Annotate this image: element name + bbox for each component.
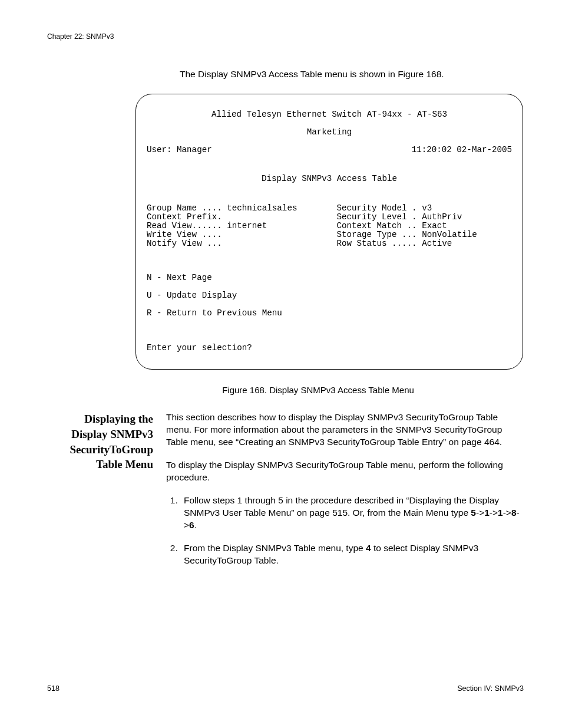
- step1-key-b: 1: [484, 508, 490, 518]
- context-prefix-row: Context Prefix.: [147, 213, 336, 222]
- step1-key-c: 1: [498, 508, 503, 518]
- intro-paragraph: The Display SNMPv3 Access Table menu is …: [180, 69, 524, 80]
- section-intro-para: This section describes how to display th…: [166, 411, 524, 449]
- option-update: U - Update Display: [147, 291, 512, 300]
- terminal-user-row: User: Manager11:20:02 02-Mar-2005: [147, 146, 512, 154]
- step1-text: Follow steps 1 through 5 in the procedur…: [184, 495, 499, 518]
- step-1: Follow steps 1 through 5 in the procedur…: [180, 495, 524, 532]
- terminal-menu-title: Display SNMPv3 Access Table: [147, 174, 512, 183]
- option-next: N - Next Page: [147, 274, 512, 282]
- terminal-timestamp: 11:20:02 02-Mar-2005: [412, 146, 512, 154]
- notify-view-row: Notify View ...: [147, 239, 336, 248]
- storage-type-row: Storage Type ... NonVolatile: [336, 230, 512, 239]
- terminal-data-grid: Group Name .... technicalsalesSecurity M…: [147, 204, 512, 248]
- body-content: This section describes how to display th…: [166, 411, 524, 577]
- step2-key: 4: [366, 543, 371, 553]
- step2-pre: From the Display SNMPv3 Table menu, type: [184, 543, 366, 553]
- context-match-row: Context Match .. Exact: [336, 222, 512, 230]
- section-label: Section IV: SNMPv3: [457, 684, 524, 693]
- option-return: R - Return to Previous Menu: [147, 309, 512, 318]
- step1-key-d: 8: [511, 508, 517, 518]
- running-header: Chapter 22: SNMPv3: [47, 32, 524, 41]
- step1-sep1: ->: [476, 508, 484, 518]
- step-2: From the Display SNMPv3 Table menu, type…: [180, 542, 524, 567]
- section-lead-para: To display the Display SNMPv3 SecurityTo…: [166, 459, 524, 484]
- page: Chapter 22: SNMPv3 The Display SNMPv3 Ac…: [0, 0, 562, 728]
- step1-key-e: 6: [189, 520, 194, 530]
- step1-end: .: [194, 520, 197, 530]
- terminal-prompt: Enter your selection?: [147, 344, 512, 353]
- security-level-row: Security Level . AuthPriv: [336, 213, 512, 222]
- step1-key-a: 5: [471, 508, 476, 518]
- terminal-subtitle: Marketing: [147, 128, 512, 137]
- page-footer: 518 Section IV: SNMPv3: [47, 684, 524, 693]
- page-number: 518: [47, 684, 59, 693]
- terminal-screen: Allied Telesyn Ethernet Switch AT-94xx -…: [135, 94, 523, 370]
- read-view-row: Read View...... internet: [147, 222, 336, 230]
- terminal-user: User: Manager: [147, 146, 212, 154]
- terminal-title: Allied Telesyn Ethernet Switch AT-94xx -…: [147, 110, 512, 119]
- security-model-row: Security Model . v3: [336, 204, 512, 213]
- section-heading: Displaying the Display SNMPv3 SecurityTo…: [47, 411, 153, 472]
- step1-sep3: ->: [503, 508, 511, 518]
- row-status-row: Row Status ..... Active: [336, 239, 512, 248]
- group-name-row: Group Name .... technicalsales: [147, 204, 336, 213]
- write-view-row: Write View ....: [147, 230, 336, 239]
- step1-sep2: ->: [490, 508, 498, 518]
- body-section: Displaying the Display SNMPv3 SecurityTo…: [47, 411, 524, 577]
- figure-caption: Figure 168. Display SNMPv3 Access Table …: [138, 385, 498, 395]
